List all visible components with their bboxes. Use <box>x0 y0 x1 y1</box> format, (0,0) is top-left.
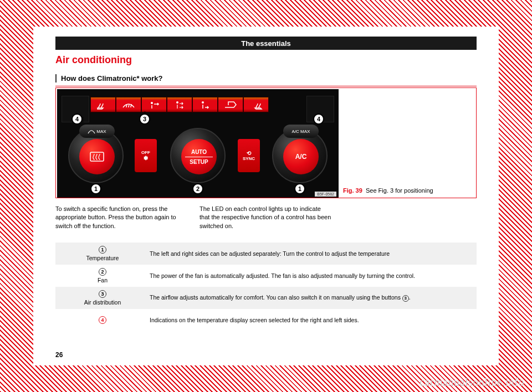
row-label-3: Air distribution <box>84 299 121 306</box>
callout-4-left: 4 <box>71 114 83 125</box>
section-title: Air conditioning <box>55 54 132 66</box>
body-para-2: The LED on each control lights up to ind… <box>200 205 332 230</box>
ac-label: A/C <box>295 153 307 161</box>
body-para-1: To switch a specific function on, press … <box>55 205 188 230</box>
air-distribution-button-row <box>90 97 269 112</box>
table-row: 2 Fan The power of the fan is automatica… <box>55 265 477 287</box>
manual-page: The essentials Air conditioning How does… <box>33 27 499 365</box>
svg-point-0 <box>151 102 153 104</box>
seat-heat-left-icon <box>90 97 116 112</box>
figure-caption-label: Fig. 39 <box>343 187 362 194</box>
svg-point-2 <box>202 101 204 104</box>
row-desc-3: The airflow adjusts automatically for co… <box>150 294 477 301</box>
row-number-3: 3 <box>99 290 106 298</box>
subsection-header: How does Climatronic* work? <box>55 74 477 86</box>
body-text: To switch a specific function on, press … <box>55 205 477 230</box>
airflow-feet-icon <box>192 97 218 112</box>
snow-icon: ✽ <box>144 155 148 161</box>
callout-4-right: 4 <box>313 114 324 125</box>
figure-block: MAX OFF ✽ AUTO SETUP ⟲ SYNC <box>55 87 477 198</box>
max-label: MAX <box>96 129 106 134</box>
row-desc-4: Indications on the temperature display s… <box>150 317 477 323</box>
callout-2: 2 <box>192 183 203 194</box>
table-row: 3 Air distribution The airflow adjusts a… <box>55 287 477 309</box>
subsection-title: How does Climatronic* work? <box>55 74 477 82</box>
rear-defrost-icon <box>79 139 115 174</box>
recirc-small-icon: ⟲ <box>247 150 251 156</box>
image-code: B5F-0582 <box>315 192 336 197</box>
row-label-2: Fan <box>98 277 108 283</box>
auto-label: AUTO <box>191 149 207 155</box>
chapter-title: The essentials <box>241 39 291 48</box>
page-number: 26 <box>55 351 63 359</box>
airflow-face-feet-icon <box>167 97 192 112</box>
callout-3: 3 <box>139 114 150 125</box>
off-button: OFF ✽ <box>135 139 157 172</box>
right-temperature-dial: A/C MAX A/C <box>272 128 328 183</box>
watermark: carmanualsonline.info <box>420 376 524 389</box>
row-desc-2: The power of the fan is automatically ad… <box>150 272 477 279</box>
row-label-1: Temperature <box>86 255 119 261</box>
setup-label: SETUP <box>190 159 208 165</box>
climatronic-panel-image: MAX OFF ✽ AUTO SETUP ⟲ SYNC <box>57 89 339 198</box>
figure-caption: Fig. 39 See Fig. 3 for positioning <box>343 187 473 194</box>
windshield-defrost-icon <box>116 97 141 112</box>
callout-1-left: 1 <box>90 183 101 194</box>
ac-max-label: A/C MAX <box>292 129 310 134</box>
seat-heat-right-icon <box>243 97 269 112</box>
sync-label: SYNC <box>243 156 255 161</box>
table-row: 4 Indications on the temperature display… <box>55 309 477 331</box>
recirculation-icon <box>218 97 243 112</box>
table-row: 1 Temperature The left and right sides c… <box>55 243 477 265</box>
row-number-4: 4 <box>99 316 106 324</box>
ac-max-badge: A/C MAX <box>283 125 319 138</box>
inline-ref-3: 3 <box>402 295 409 302</box>
row-desc-1: The left and right sides can be adjusted… <box>150 250 477 257</box>
callout-line <box>83 117 83 122</box>
off-label: OFF <box>141 150 150 155</box>
svg-point-1 <box>176 101 178 104</box>
sync-button: ⟲ SYNC <box>238 139 260 172</box>
body-col-empty <box>344 205 477 230</box>
controls-table: 1 Temperature The left and right sides c… <box>55 243 477 331</box>
callout-1-right: 1 <box>294 183 305 194</box>
left-temperature-dial: MAX <box>68 128 124 183</box>
chapter-header: The essentials <box>55 37 477 50</box>
row-number-2: 2 <box>99 268 106 276</box>
center-fan-dial: AUTO SETUP <box>170 128 226 183</box>
figure-caption-text: See Fig. 3 for positioning <box>366 187 433 194</box>
row-number-1: 1 <box>99 246 106 254</box>
max-defrost-badge: MAX <box>79 125 115 138</box>
airflow-face-icon <box>141 97 167 112</box>
